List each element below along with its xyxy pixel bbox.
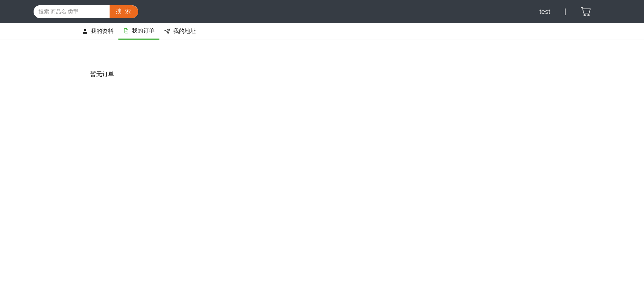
search-button[interactable]: 搜 索 bbox=[110, 5, 138, 18]
tab-address[interactable]: 我的地址 bbox=[159, 23, 201, 40]
tab-profile-label: 我的资料 bbox=[91, 28, 113, 35]
tab-address-label: 我的地址 bbox=[173, 28, 196, 35]
search-input[interactable] bbox=[34, 5, 110, 18]
tab-orders-label: 我的订单 bbox=[132, 27, 154, 35]
header-divider: | bbox=[564, 7, 566, 16]
svg-point-1 bbox=[588, 15, 589, 16]
username-label[interactable]: test bbox=[539, 8, 550, 16]
tabs-bar: 我的资料 我的订单 我的地址 bbox=[0, 23, 644, 40]
user-icon bbox=[82, 28, 88, 34]
content-area: 暂无订单 bbox=[0, 40, 644, 78]
send-icon bbox=[164, 28, 170, 34]
search-container: 搜 索 bbox=[34, 5, 138, 18]
tab-profile[interactable]: 我的资料 bbox=[77, 23, 118, 40]
cart-icon[interactable] bbox=[580, 7, 591, 17]
tab-orders[interactable]: 我的订单 bbox=[118, 23, 159, 40]
document-icon bbox=[123, 28, 129, 34]
svg-point-0 bbox=[584, 15, 585, 16]
header-right: test | bbox=[539, 7, 591, 17]
top-header: 搜 索 test | bbox=[0, 0, 644, 23]
empty-orders-message: 暂无订单 bbox=[90, 70, 644, 78]
